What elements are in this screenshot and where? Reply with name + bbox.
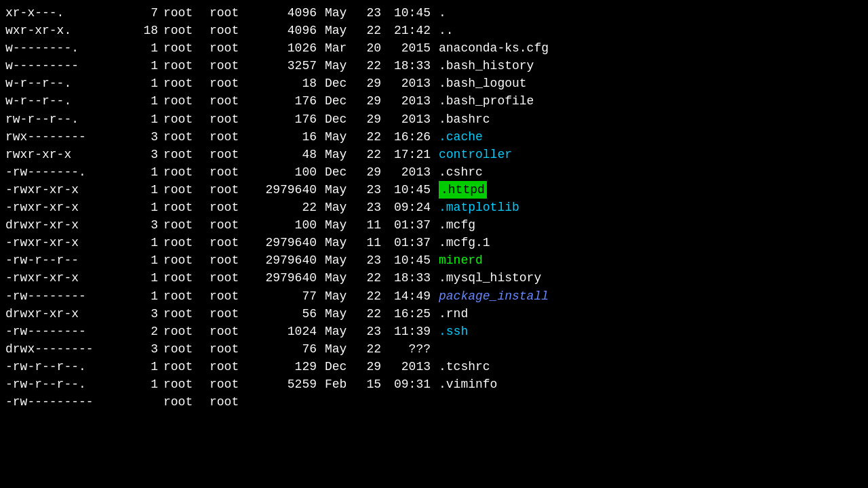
owner-group: root (210, 92, 250, 110)
date-day: 29 (361, 110, 381, 128)
filename: .cshrc (439, 163, 483, 181)
file-size: 22 (256, 199, 317, 216)
filename: controller (439, 146, 512, 163)
permissions: xr-x---. (5, 4, 131, 22)
file-size: 56 (256, 305, 317, 323)
permissions: w--------. (5, 39, 131, 57)
file-size: 2979640 (256, 251, 317, 269)
table-row: -rw-r--r--.1rootroot5259Feb1509:31.vimin… (0, 375, 868, 393)
table-row: w-r--r--.1rootroot18Dec292013.bash_logou… (0, 75, 868, 92)
owner-group: root (210, 39, 250, 57)
filename: .ssh (439, 323, 468, 340)
date-month: May (325, 269, 355, 287)
file-size: 100 (256, 216, 317, 234)
link-count: 1 (131, 199, 158, 216)
filename: .cache (439, 128, 483, 146)
date-month: May (325, 57, 355, 75)
owner-user: root (163, 39, 204, 57)
table-row: wxr-xr-x.18rootroot4096May2221:42.. (0, 22, 868, 39)
date-day: 22 (361, 305, 381, 323)
owner-group: root (210, 251, 250, 269)
table-row: drwxr-xr-x3rootroot56May2216:25.rnd (0, 305, 868, 323)
owner-group: root (210, 358, 250, 375)
permissions: w-r--r--. (5, 75, 131, 92)
owner-group: root (210, 4, 250, 22)
date-day: 29 (361, 92, 381, 110)
date-day: 23 (361, 323, 381, 340)
date-month: May (325, 251, 355, 269)
date-time: 09:31 (387, 375, 431, 393)
filename: .bashrc (439, 110, 490, 128)
date-day: 11 (361, 234, 381, 251)
date-month: May (325, 305, 355, 323)
table-row: rw-r--r--.1rootroot176Dec292013.bashrc (0, 110, 868, 128)
date-month: May (325, 146, 355, 163)
date-month: May (325, 181, 355, 199)
date-time: 16:26 (387, 128, 431, 146)
date-month: May (325, 199, 355, 216)
date-day: 22 (361, 128, 381, 146)
table-row: -rwxr-xr-x1rootroot2979640May2218:33.mys… (0, 269, 868, 287)
link-count: 1 (131, 39, 158, 57)
date-month: May (325, 22, 355, 39)
date-time: 2015 (387, 39, 431, 57)
owner-user: root (163, 323, 204, 340)
date-month: Feb (325, 375, 355, 393)
date-month: May (325, 323, 355, 340)
date-month: May (325, 287, 355, 305)
link-count: 1 (131, 57, 158, 75)
date-month: Dec (325, 92, 355, 110)
owner-user: root (163, 22, 204, 39)
date-day: 29 (361, 75, 381, 92)
date-month: May (325, 128, 355, 146)
owner-user: root (163, 251, 204, 269)
link-count: 3 (131, 216, 158, 234)
date-day: 23 (361, 4, 381, 22)
owner-user: root (163, 128, 204, 146)
link-count: 7 (131, 4, 158, 22)
link-count: 1 (131, 163, 158, 181)
date-time: 2013 (387, 358, 431, 375)
date-month: May (325, 234, 355, 251)
table-row: xr-x---.7rootroot4096May2310:45. (0, 4, 868, 22)
date-time: 17:21 (387, 146, 431, 163)
owner-group: root (210, 128, 250, 146)
date-day: 22 (361, 22, 381, 39)
date-month: Dec (325, 163, 355, 181)
owner-user: root (163, 234, 204, 251)
table-row: -rwxr-xr-x1rootroot2979640May1101:37.mcf… (0, 234, 868, 251)
table-row: -rw-r--r--.1rootroot129Dec292013.tcshrc (0, 358, 868, 375)
date-month: Dec (325, 110, 355, 128)
link-count: 1 (131, 358, 158, 375)
table-row: -rwxr-xr-x1rootroot22May2309:24.matplotl… (0, 199, 868, 216)
filename: .viminfo (439, 375, 497, 393)
permissions: -rw-------. (5, 163, 131, 181)
permissions: -rwxr-xr-x (5, 181, 131, 199)
date-month: May (325, 340, 355, 358)
file-size: 16 (256, 128, 317, 146)
owner-user: root (163, 4, 204, 22)
link-count: 2 (131, 323, 158, 340)
file-size: 2979640 (256, 269, 317, 287)
date-time: 10:45 (387, 4, 431, 22)
filename: .mysql_history (439, 269, 541, 287)
permissions: w-r--r--. (5, 92, 131, 110)
owner-user: root (163, 92, 204, 110)
owner-group: root (210, 305, 250, 323)
table-row: rwxr-xr-x3rootroot48May2217:21controller (0, 146, 868, 163)
permissions: drwxr-xr-x (5, 216, 131, 234)
file-size: 18 (256, 75, 317, 92)
filename: .tcshrc (439, 358, 490, 375)
table-row: -rw---------rootroot (0, 393, 868, 411)
date-day: 22 (361, 57, 381, 75)
date-month: May (325, 4, 355, 22)
date-time: 2013 (387, 110, 431, 128)
owner-user: root (163, 393, 204, 411)
filename: anaconda-ks.cfg (439, 39, 549, 57)
table-row: -rwxr-xr-x1rootroot2979640May2310:45.htt… (0, 181, 868, 199)
permissions: -rwxr-xr-x (5, 199, 131, 216)
file-size: 3257 (256, 57, 317, 75)
owner-group: root (210, 393, 250, 411)
file-size: 4096 (256, 4, 317, 22)
date-day: 20 (361, 39, 381, 57)
